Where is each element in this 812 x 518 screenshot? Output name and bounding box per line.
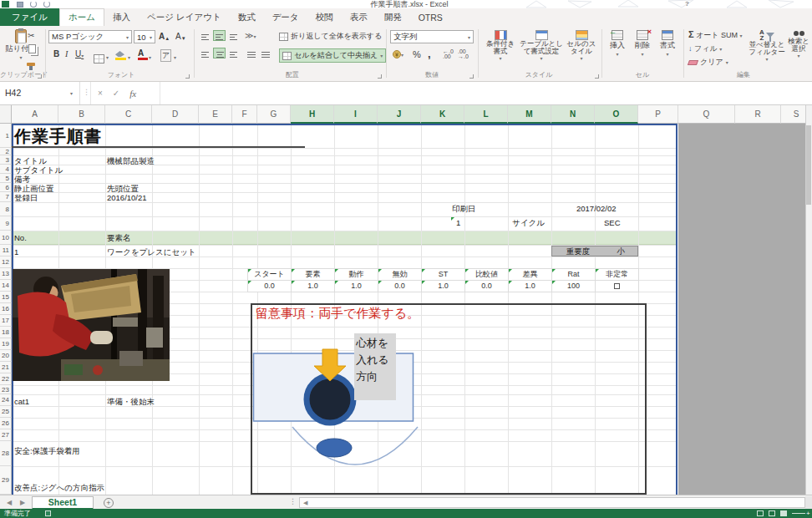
insert-cells-button[interactable]: ← 挿入 ▾ <box>606 30 628 57</box>
column-header-B[interactable]: B <box>58 105 105 124</box>
merge-center-button[interactable]: セルを結合して中央揃え ▾ <box>279 48 386 63</box>
formula-input[interactable] <box>160 85 804 101</box>
underline-button[interactable]: U▾ <box>75 49 84 58</box>
align-middle-icon[interactable] <box>213 30 226 41</box>
page-break-view-icon[interactable] <box>780 510 787 516</box>
metric-value-8[interactable]: 100 <box>552 281 596 292</box>
increase-font-icon[interactable]: A▲ <box>159 32 170 41</box>
metric-value-4[interactable]: 0.0 <box>378 281 422 292</box>
metric-label-3[interactable]: 動作 <box>335 269 378 281</box>
ribbon-tab-表示[interactable]: 表示 <box>342 8 376 26</box>
ribbon-tab-ページ レイアウト[interactable]: ページ レイアウト <box>139 8 230 26</box>
row-header-20[interactable]: 20 <box>0 350 12 362</box>
phonetic-guide-icon[interactable]: ア <box>160 49 171 62</box>
percent-icon[interactable]: % <box>413 49 421 59</box>
copy-icon[interactable] <box>28 44 36 53</box>
row-header-2[interactable]: 2 <box>0 148 12 155</box>
element-header-name[interactable]: 要素名 <box>107 233 131 242</box>
column-header-P[interactable]: P <box>638 105 678 124</box>
metric-label-6[interactable]: 比較値 <box>465 269 509 281</box>
fill-button[interactable]: ↓ フィル ▾ <box>688 43 722 54</box>
ribbon-tab-データ[interactable]: データ <box>264 8 307 26</box>
page-layout-view-icon[interactable] <box>769 510 775 516</box>
row-header-10[interactable]: 10 <box>0 231 12 245</box>
metric-value-9[interactable] <box>596 281 639 292</box>
styles-dialog-launcher-icon[interactable] <box>595 74 599 79</box>
row-header-29[interactable]: 29 <box>0 466 12 495</box>
row-header-25[interactable]: 25 <box>0 406 12 418</box>
metric-value-2[interactable]: 1.0 <box>292 281 335 292</box>
element-no[interactable]: 1 <box>14 247 18 256</box>
row-header-6[interactable]: 6 <box>0 183 12 192</box>
column-header-D[interactable]: D <box>152 105 199 124</box>
orientation-icon[interactable]: ≫▾ <box>245 31 256 40</box>
row-header-9[interactable]: 9 <box>0 216 12 231</box>
element-name[interactable]: ワークをプレスにセット <box>107 247 196 256</box>
new-sheet-icon[interactable]: + <box>104 498 114 508</box>
row-header-18[interactable]: 18 <box>0 327 12 338</box>
ribbon-tab-ファイル[interactable]: ファイル <box>0 8 59 26</box>
align-right-icon[interactable] <box>227 48 240 58</box>
column-header-A[interactable]: A <box>12 105 58 124</box>
alignment-dialog-launcher-icon[interactable] <box>378 74 382 79</box>
borders-arrow-icon[interactable]: ▾ <box>106 54 109 60</box>
row-header-24[interactable]: 24 <box>0 394 12 406</box>
row-header-23[interactable]: 23 <box>0 385 12 394</box>
diagram-callout[interactable]: 心材を入れる方向 <box>354 333 396 400</box>
normal-view-icon[interactable] <box>757 510 764 516</box>
vertical-scrollbar-thumb[interactable] <box>806 125 811 205</box>
row-header-17[interactable]: 17 <box>0 315 12 327</box>
format-cells-button[interactable]: 書式 ▾ <box>657 30 678 57</box>
row-header-5[interactable]: 5 <box>0 174 12 183</box>
save-icon[interactable] <box>17 2 23 8</box>
column-header-M[interactable]: M <box>508 105 551 124</box>
zoom-in-icon[interactable]: + <box>806 509 810 518</box>
cycle-label[interactable]: サイクル <box>512 218 545 227</box>
ribbon-tab-OTRS[interactable]: OTRS <box>410 8 451 26</box>
row-header-11[interactable]: 11 <box>0 245 12 256</box>
conditional-formatting-button[interactable]: 条件付き書式 ▾ <box>483 30 518 63</box>
metric-value-6[interactable]: 0.0 <box>465 281 509 292</box>
enter-icon[interactable]: ✓ <box>113 89 119 98</box>
currency-icon[interactable]: ¥▾ <box>393 49 403 58</box>
increase-decimal-icon[interactable]: ←.0.00 <box>443 49 454 59</box>
delete-cells-button[interactable]: × 削除 ▾ <box>632 30 653 57</box>
row-header-14[interactable]: 14 <box>0 280 12 292</box>
document-title[interactable]: 作業手順書 <box>14 125 102 148</box>
sort-filter-button[interactable]: AZ 並べ替えとフィルター ▾ <box>749 29 785 63</box>
cycle-unit[interactable]: SEC <box>604 218 621 227</box>
column-header-R[interactable]: R <box>735 105 781 124</box>
info-field-value[interactable]: 先頭位置 <box>107 184 139 193</box>
font-name-select[interactable]: MS Pゴシック▾ <box>48 30 132 43</box>
tab-splitter-icon[interactable]: ⋮ <box>289 497 297 505</box>
clipboard-dialog-launcher-icon[interactable] <box>38 74 42 79</box>
macro-record-icon[interactable] <box>45 510 51 516</box>
clear-button[interactable]: クリア ▾ <box>688 57 728 68</box>
font-color-icon[interactable]: A <box>138 48 148 60</box>
fill-color-arrow-icon[interactable]: ▾ <box>128 54 130 60</box>
column-header-K[interactable]: K <box>421 105 464 124</box>
zoom-slider[interactable] <box>792 513 805 514</box>
info-field-label[interactable]: タイトル <box>14 156 47 165</box>
font-size-select[interactable]: 10▾ <box>134 30 155 43</box>
next-sheet-icon[interactable]: ▶ <box>20 499 25 506</box>
info-field-label[interactable]: 静止画位置 <box>14 184 54 193</box>
info-field-value[interactable]: 機械部品製造 <box>107 156 155 165</box>
worker-photo[interactable] <box>13 269 170 381</box>
importance-cell[interactable]: 重要度 小 <box>551 246 638 256</box>
metric-label-9[interactable]: 非定常 <box>596 269 639 281</box>
prev-sheet-icon[interactable]: ◀ <box>7 499 12 506</box>
align-center-icon[interactable] <box>213 48 226 58</box>
row-header-22[interactable]: 22 <box>0 373 12 385</box>
row-header-3[interactable]: 3 <box>0 155 12 165</box>
note-text[interactable]: 留意事項：両手で作業する。 <box>256 306 419 322</box>
metric-label-8[interactable]: Rat <box>552 269 596 281</box>
row-header-21[interactable]: 21 <box>0 362 12 373</box>
row-header-16[interactable]: 16 <box>0 303 12 315</box>
ribbon-tab-開発[interactable]: 開発 <box>376 8 410 26</box>
align-bottom-icon[interactable] <box>227 30 240 41</box>
format-painter-icon[interactable] <box>27 63 35 66</box>
number-dialog-launcher-icon[interactable] <box>469 74 474 79</box>
ribbon-tab-校閲[interactable]: 校閲 <box>307 8 342 26</box>
row-header-1[interactable]: 1 <box>0 124 12 148</box>
